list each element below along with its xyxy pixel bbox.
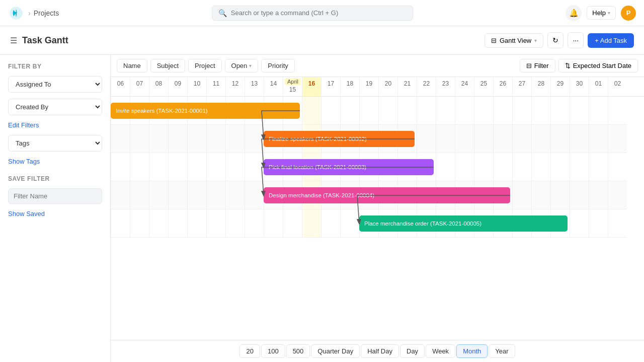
gantt-bg-cell	[570, 209, 589, 237]
month-button[interactable]: Month	[456, 344, 488, 358]
add-task-button[interactable]: + Add Task	[588, 33, 634, 48]
gantt-bg-cell	[187, 125, 206, 153]
gantt-bg-cell	[225, 181, 245, 209]
page-header-right: ⊟ Gantt View ▾ ↻ ··· + Add Task	[485, 32, 634, 48]
zoom-100-button[interactable]: 100	[261, 344, 285, 358]
menu-icon[interactable]: ☰	[10, 36, 17, 45]
gantt-bg-cell	[149, 125, 168, 153]
gantt-bg-cell	[225, 209, 245, 237]
page-header: ☰ Task Gantt ⊟ Gantt View ▾ ↻ ··· + Add …	[0, 26, 644, 55]
task-bar-5[interactable]: Place merchandise order (TASK-2021-00005…	[359, 215, 568, 232]
search-bar[interactable]: 🔍	[212, 6, 413, 21]
filter-action-button[interactable]: ⊟ Filter	[520, 59, 555, 73]
gantt-bg-cell	[245, 125, 264, 153]
status-label: Open	[231, 62, 248, 69]
gantt-bg-cell	[455, 97, 474, 124]
tags-filter[interactable]: Tags	[8, 135, 102, 152]
gantt-bg-cell	[225, 125, 245, 153]
sort-action-button[interactable]: ⇅ Expected Start Date	[558, 59, 638, 73]
date-cell-27: 27	[512, 77, 531, 96]
search-input[interactable]	[231, 9, 407, 17]
gantt-bg-cell	[531, 97, 550, 124]
main-area: Name Subject Project Open ▾ Priority ⊟ F…	[111, 55, 644, 362]
edit-filters-link[interactable]: Edit Filters	[8, 121, 102, 129]
gantt-bg-cell	[608, 153, 627, 181]
gantt-bg-cell	[111, 181, 130, 209]
filter-by-label: Filter By	[8, 63, 102, 70]
chevron-down-icon: ▾	[534, 38, 537, 43]
gantt-bg-cell	[206, 181, 225, 209]
topbar-left: › Projects	[8, 5, 59, 21]
gantt-bg-cell	[570, 97, 589, 124]
week-button[interactable]: Week	[426, 344, 455, 358]
date-cell-14: 14	[264, 77, 283, 96]
gantt-bg-cell	[321, 209, 340, 237]
gantt-bg-cell	[378, 97, 397, 124]
gantt-bg-cell	[608, 181, 627, 209]
avatar[interactable]: P	[621, 6, 636, 21]
gantt-bg-cell	[130, 209, 149, 237]
zoom-500-button[interactable]: 500	[286, 344, 310, 358]
filter-name-input[interactable]	[8, 188, 102, 204]
page: ☰ Task Gantt ⊟ Gantt View ▾ ↻ ··· + Add …	[0, 26, 644, 362]
date-cell-10: 10	[187, 77, 206, 96]
refresh-button[interactable]: ↻	[547, 32, 564, 48]
gantt-bg-cell	[531, 125, 550, 153]
date-cell-17: 17	[321, 77, 340, 96]
date-cell-29: 29	[550, 77, 570, 96]
gantt-bg-cell	[168, 153, 187, 181]
help-button[interactable]: Help ▾	[587, 6, 616, 20]
year-button[interactable]: Year	[489, 344, 515, 358]
project-column-button[interactable]: Project	[188, 59, 221, 73]
gantt-bg-cell	[111, 125, 130, 153]
gantt-bg-cell	[245, 181, 264, 209]
gantt-bg-cell	[550, 125, 570, 153]
subject-column-button[interactable]: Subject	[150, 59, 185, 73]
date-cell-01: 01	[589, 77, 608, 96]
gantt-bg-cell	[130, 153, 149, 181]
gantt-bg-cell	[245, 209, 264, 237]
gantt-bg-cell	[340, 209, 359, 237]
gantt-bg-cell	[283, 209, 302, 237]
april-label: April	[285, 78, 301, 85]
date-cell-22: 22	[417, 77, 436, 96]
task-bar-4[interactable]: Design merchandise (TASK-2021-00004)	[264, 187, 510, 203]
date-cell-11: 11	[206, 77, 225, 96]
name-column-button[interactable]: Name	[117, 59, 147, 73]
gantt-bg-cell	[168, 125, 187, 153]
gantt-bg-cell	[570, 125, 589, 153]
topbar-center: 🔍	[212, 6, 413, 21]
notification-button[interactable]: 🔔	[566, 5, 582, 21]
day-button[interactable]: Day	[400, 344, 425, 358]
gantt-bg-cell	[436, 97, 455, 124]
page-header-left: ☰ Task Gantt	[10, 35, 68, 46]
task-bar-3[interactable]: Pick final location (TASK-2021-00003)	[264, 159, 434, 175]
sort-label: Expected Start Date	[573, 62, 631, 69]
status-filter-button[interactable]: Open ▾	[225, 59, 259, 73]
gantt-bg-cell	[589, 209, 608, 237]
gantt-view-icon: ⊟	[491, 37, 497, 44]
task-bar-1[interactable]: Invite speakers (TASK-2021-00001)	[111, 103, 300, 119]
gantt-bg-cell	[474, 97, 493, 124]
show-saved-link[interactable]: Show Saved	[8, 210, 102, 218]
gantt-bg-cell	[149, 209, 168, 237]
content: Filter By Assigned To Created By Edit Fi…	[0, 55, 644, 362]
assigned-to-filter[interactable]: Assigned To	[8, 76, 102, 93]
zoom-20-button[interactable]: 20	[239, 344, 260, 358]
half-day-button[interactable]: Half Day	[361, 344, 399, 358]
task-bar-2[interactable]: Finalize speakers (TASK-2021-00002)	[264, 131, 415, 147]
created-by-filter[interactable]: Created By	[8, 99, 102, 115]
gantt-bg-cell	[512, 181, 531, 209]
topbar-right: 🔔 Help ▾ P	[566, 5, 636, 21]
show-tags-link[interactable]: Show Tags	[8, 158, 102, 165]
quarter-day-button[interactable]: Quarter Day	[311, 344, 360, 358]
gantt-bg-cell	[245, 153, 264, 181]
breadcrumb-parent[interactable]: Projects	[34, 9, 59, 17]
more-button[interactable]: ···	[568, 32, 584, 48]
gantt-view-button[interactable]: ⊟ Gantt View ▾	[485, 33, 543, 48]
gantt-bg-cell	[493, 125, 512, 153]
priority-column-button[interactable]: Priority	[261, 59, 294, 73]
date-cell-02: 02	[608, 77, 627, 96]
gantt-toolbar: Name Subject Project Open ▾ Priority ⊟ F…	[111, 55, 644, 77]
gantt-bg-cell	[359, 97, 378, 124]
